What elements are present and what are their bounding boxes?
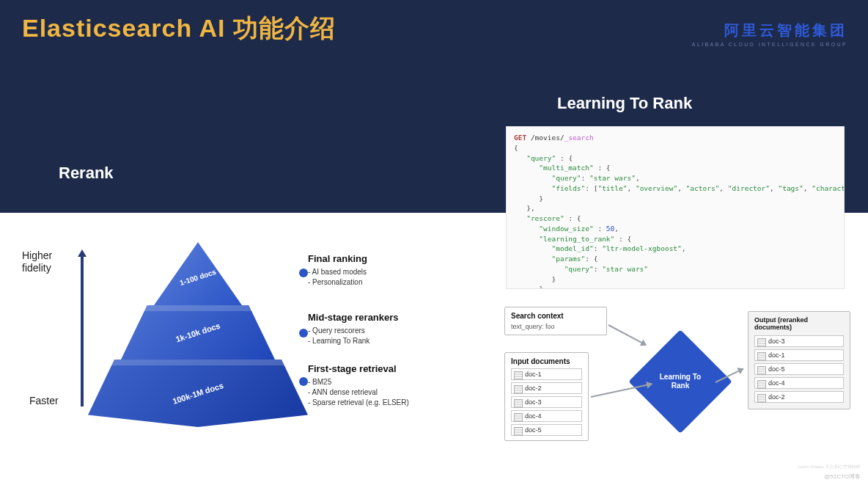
ltr-flow-diagram: Search context text_query: foo Input doc… [499,301,854,462]
fidelity-axis [81,257,84,406]
search-context-value: text_query: foo [511,323,600,330]
endpoint-search: _search [564,134,594,142]
input-doc: doc-4 [511,410,582,422]
right-section-heading: Learning To Rank [557,94,692,113]
ltr-node-line1: Learning To [660,373,701,381]
stage-1-item: AI based models [308,267,469,277]
stage-3-item: Sparse retrieval (e.g. ELSER) [308,398,469,408]
pyramid-diagram: Higher fidelity Faster 1-100 docs 1k-10k… [15,235,484,462]
pyramid-tier-1: 1-100 docs [154,242,242,305]
input-doc: doc-3 [511,396,582,408]
output-doc: doc-2 [754,391,844,403]
brand-en: ALIBABA CLOUD INTELLIGENCE GROUP [692,42,847,47]
output-doc: doc-5 [754,363,844,375]
input-docs-title: Input documents [511,357,582,365]
stage-3-title: First-stage retrieval [308,363,469,374]
slide-title: Elasticsearch AI 功能介绍 [22,12,336,45]
http-method: GET [514,134,526,142]
connector-dot-3 [299,377,308,386]
stage-1-title: Final ranking [308,253,469,264]
watermark: @51CTO博客 [824,473,861,481]
stage-mid-rerankers: Mid-stage rerankers Query rescorers Lear… [308,312,469,346]
output-doc: doc-3 [754,335,844,347]
connector-dot-1 [299,269,308,277]
left-section-heading: Rerank [59,164,114,183]
stage-2-item: Query rescorers [308,326,469,336]
stage-2-item: Learning To Rank [308,336,469,346]
input-doc: doc-1 [511,368,582,380]
stage-first-retrieval: First-stage retrieval BM25 ANN dense ret… [308,363,469,408]
stage-3-item: BM25 [308,377,469,387]
search-context-box: Search context text_query: foo [504,307,607,335]
pyramid-tier-2: 1k-10k docs [121,305,275,360]
connector-dot-2 [299,329,308,338]
code-sample: GET /movies/_search { "query" : { "multi… [506,126,845,289]
ltr-node: Learning ToRank [644,345,717,418]
ltr-node-line2: Rank [672,382,689,390]
pyramid: 1-100 docs 1k-10k docs 100k-1M docs [95,242,301,429]
brand-block: 阿里云智能集团 ALIBABA CLOUD INTELLIGENCE GROUP [692,21,847,47]
stage-final-ranking: Final ranking AI based models Personaliz… [308,253,469,288]
stage-2-title: Mid-stage rerankers [308,312,469,323]
input-documents-box: Input documents doc-1 doc-2 doc-3 doc-4 … [504,352,589,441]
axis-top-1: Higher [22,249,52,261]
input-doc: doc-5 [511,424,582,436]
input-doc: doc-2 [511,382,582,394]
axis-top-2: fidelity [22,262,51,274]
output-docs-title: Output (reranked documents) [754,316,844,331]
axis-top-label: Higher fidelity [22,249,52,274]
arrow-ctx-to-node [608,324,647,346]
endpoint-path: /movies/ [526,134,564,142]
pyramid-tier-3: 100k-1M docs [88,360,308,427]
output-doc: doc-1 [754,349,844,361]
search-context-title: Search context [511,312,600,320]
axis-bottom-label: Faster [29,395,59,406]
output-doc: doc-4 [754,377,844,389]
stage-3-item: ANN dense retrieval [308,387,469,398]
stage-1-item: Personalization [308,277,469,288]
output-documents-box: Output (reranked documents) doc-3 doc-1 … [748,311,850,409]
brand-cn: 阿里云智能集团 [692,21,847,40]
attribution-line: Learn Always 不忘初心方得始终 [798,464,861,470]
